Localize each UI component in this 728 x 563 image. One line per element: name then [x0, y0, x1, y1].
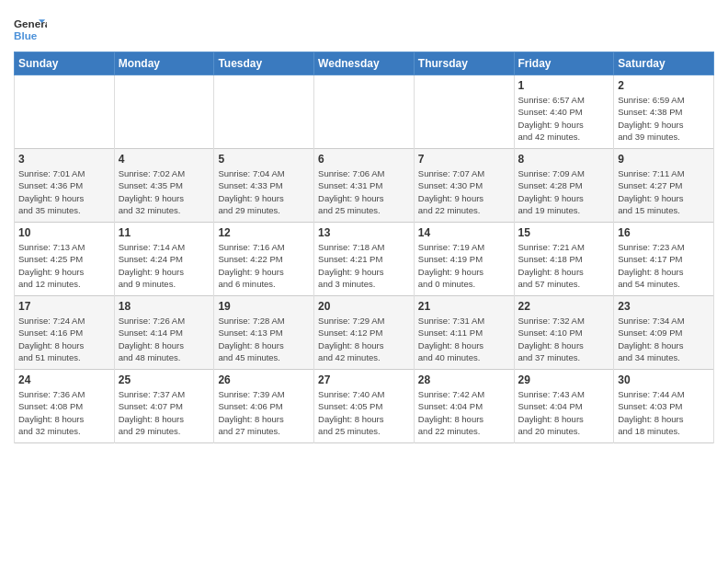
day-cell: 21Sunrise: 7:31 AM Sunset: 4:11 PM Dayli… [414, 296, 514, 370]
day-info: Sunrise: 7:40 AM Sunset: 4:05 PM Dayligh… [318, 388, 410, 437]
day-info: Sunrise: 7:18 AM Sunset: 4:21 PM Dayligh… [318, 241, 410, 290]
day-cell: 11Sunrise: 7:14 AM Sunset: 4:24 PM Dayli… [114, 223, 214, 296]
day-info: Sunrise: 7:34 AM Sunset: 4:09 PM Dayligh… [618, 315, 710, 363]
day-number: 26 [218, 373, 310, 386]
col-header-tuesday: Tuesday [214, 52, 314, 75]
day-cell: 14Sunrise: 7:19 AM Sunset: 4:19 PM Dayli… [414, 223, 514, 296]
day-number: 20 [318, 300, 410, 313]
calendar-table: SundayMondayTuesdayWednesdayThursdayFrid… [14, 52, 714, 443]
day-cell: 24Sunrise: 7:36 AM Sunset: 4:08 PM Dayli… [15, 370, 115, 443]
day-number: 5 [218, 153, 310, 166]
day-number: 3 [18, 153, 110, 166]
day-cell: 10Sunrise: 7:13 AM Sunset: 4:25 PM Dayli… [15, 223, 115, 296]
svg-text:General: General [14, 17, 47, 29]
day-number: 14 [418, 226, 510, 239]
day-cell: 16Sunrise: 7:23 AM Sunset: 4:17 PM Dayli… [614, 223, 714, 296]
day-number: 17 [18, 300, 110, 313]
day-number: 8 [518, 153, 610, 166]
day-cell [414, 75, 514, 149]
day-info: Sunrise: 7:42 AM Sunset: 4:04 PM Dayligh… [418, 388, 510, 437]
week-row-1: 1Sunrise: 6:57 AM Sunset: 4:40 PM Daylig… [15, 75, 714, 149]
day-info: Sunrise: 7:04 AM Sunset: 4:33 PM Dayligh… [218, 167, 310, 216]
day-info: Sunrise: 7:24 AM Sunset: 4:16 PM Dayligh… [18, 315, 110, 363]
day-info: Sunrise: 7:14 AM Sunset: 4:24 PM Dayligh… [119, 241, 210, 290]
day-number: 11 [119, 226, 210, 239]
day-cell: 5Sunrise: 7:04 AM Sunset: 4:33 PM Daylig… [214, 149, 314, 223]
day-cell: 4Sunrise: 7:02 AM Sunset: 4:35 PM Daylig… [114, 149, 214, 223]
day-cell: 28Sunrise: 7:42 AM Sunset: 4:04 PM Dayli… [414, 370, 514, 443]
day-info: Sunrise: 7:09 AM Sunset: 4:28 PM Dayligh… [518, 167, 610, 216]
day-info: Sunrise: 7:37 AM Sunset: 4:07 PM Dayligh… [119, 388, 210, 437]
col-header-monday: Monday [114, 52, 214, 75]
day-cell: 9Sunrise: 7:11 AM Sunset: 4:27 PM Daylig… [614, 149, 714, 223]
day-info: Sunrise: 7:44 AM Sunset: 4:03 PM Dayligh… [618, 388, 710, 437]
day-cell: 6Sunrise: 7:06 AM Sunset: 4:31 PM Daylig… [314, 149, 415, 223]
day-number: 28 [418, 373, 510, 386]
day-cell: 17Sunrise: 7:24 AM Sunset: 4:16 PM Dayli… [15, 296, 115, 370]
week-row-3: 10Sunrise: 7:13 AM Sunset: 4:25 PM Dayli… [15, 223, 714, 296]
day-cell: 18Sunrise: 7:26 AM Sunset: 4:14 PM Dayli… [114, 296, 214, 370]
day-number: 6 [318, 153, 410, 166]
day-cell [214, 75, 314, 149]
day-cell: 19Sunrise: 7:28 AM Sunset: 4:13 PM Dayli… [214, 296, 314, 370]
day-number: 16 [618, 226, 710, 239]
day-number: 24 [18, 373, 110, 386]
day-cell: 22Sunrise: 7:32 AM Sunset: 4:10 PM Dayli… [514, 296, 614, 370]
day-cell: 27Sunrise: 7:40 AM Sunset: 4:05 PM Dayli… [314, 370, 415, 443]
day-cell: 26Sunrise: 7:39 AM Sunset: 4:06 PM Dayli… [214, 370, 314, 443]
day-info: Sunrise: 7:21 AM Sunset: 4:18 PM Dayligh… [518, 241, 610, 290]
week-row-2: 3Sunrise: 7:01 AM Sunset: 4:36 PM Daylig… [15, 149, 714, 223]
day-info: Sunrise: 7:01 AM Sunset: 4:36 PM Dayligh… [18, 167, 110, 216]
day-number: 15 [518, 226, 610, 239]
day-number: 29 [518, 373, 610, 386]
day-info: Sunrise: 7:16 AM Sunset: 4:22 PM Dayligh… [218, 241, 310, 290]
day-cell: 29Sunrise: 7:43 AM Sunset: 4:04 PM Dayli… [514, 370, 614, 443]
col-header-wednesday: Wednesday [314, 52, 415, 75]
day-number: 27 [318, 373, 410, 386]
day-cell: 8Sunrise: 7:09 AM Sunset: 4:28 PM Daylig… [514, 149, 614, 223]
day-number: 23 [618, 300, 710, 313]
logo: General Blue [14, 13, 51, 46]
day-cell [114, 75, 214, 149]
day-info: Sunrise: 7:36 AM Sunset: 4:08 PM Dayligh… [18, 388, 110, 437]
day-cell [314, 75, 415, 149]
col-header-saturday: Saturday [614, 52, 714, 75]
day-info: Sunrise: 7:06 AM Sunset: 4:31 PM Dayligh… [318, 167, 410, 216]
day-number: 1 [518, 79, 610, 92]
day-info: Sunrise: 7:29 AM Sunset: 4:12 PM Dayligh… [318, 315, 410, 363]
day-cell: 20Sunrise: 7:29 AM Sunset: 4:12 PM Dayli… [314, 296, 415, 370]
day-number: 30 [618, 373, 710, 386]
day-info: Sunrise: 7:39 AM Sunset: 4:06 PM Dayligh… [218, 388, 310, 437]
day-number: 25 [119, 373, 210, 386]
day-number: 19 [218, 300, 310, 313]
day-info: Sunrise: 7:23 AM Sunset: 4:17 PM Dayligh… [618, 241, 710, 290]
day-cell: 3Sunrise: 7:01 AM Sunset: 4:36 PM Daylig… [15, 149, 115, 223]
day-cell: 2Sunrise: 6:59 AM Sunset: 4:38 PM Daylig… [614, 75, 714, 149]
day-number: 12 [218, 226, 310, 239]
day-number: 22 [518, 300, 610, 313]
header: General Blue [14, 9, 714, 46]
day-number: 2 [618, 79, 710, 92]
day-number: 13 [318, 226, 410, 239]
page: General Blue SundayMondayTuesdayWednesda… [0, 0, 728, 453]
day-info: Sunrise: 7:31 AM Sunset: 4:11 PM Dayligh… [418, 315, 510, 363]
day-info: Sunrise: 7:19 AM Sunset: 4:19 PM Dayligh… [418, 241, 510, 290]
day-cell: 15Sunrise: 7:21 AM Sunset: 4:18 PM Dayli… [514, 223, 614, 296]
day-info: Sunrise: 7:13 AM Sunset: 4:25 PM Dayligh… [18, 241, 110, 290]
day-cell: 7Sunrise: 7:07 AM Sunset: 4:30 PM Daylig… [414, 149, 514, 223]
day-info: Sunrise: 7:02 AM Sunset: 4:35 PM Dayligh… [119, 167, 210, 216]
day-cell: 12Sunrise: 7:16 AM Sunset: 4:22 PM Dayli… [214, 223, 314, 296]
day-number: 18 [119, 300, 210, 313]
week-row-4: 17Sunrise: 7:24 AM Sunset: 4:16 PM Dayli… [15, 296, 714, 370]
svg-text:Blue: Blue [14, 29, 38, 41]
day-info: Sunrise: 6:59 AM Sunset: 4:38 PM Dayligh… [618, 94, 710, 143]
day-number: 9 [618, 153, 710, 166]
day-number: 10 [18, 226, 110, 239]
col-header-friday: Friday [514, 52, 614, 75]
day-info: Sunrise: 7:32 AM Sunset: 4:10 PM Dayligh… [518, 315, 610, 363]
week-row-5: 24Sunrise: 7:36 AM Sunset: 4:08 PM Dayli… [15, 370, 714, 443]
day-cell: 25Sunrise: 7:37 AM Sunset: 4:07 PM Dayli… [114, 370, 214, 443]
day-number: 21 [418, 300, 510, 313]
day-number: 7 [418, 153, 510, 166]
day-info: Sunrise: 6:57 AM Sunset: 4:40 PM Dayligh… [518, 94, 610, 143]
